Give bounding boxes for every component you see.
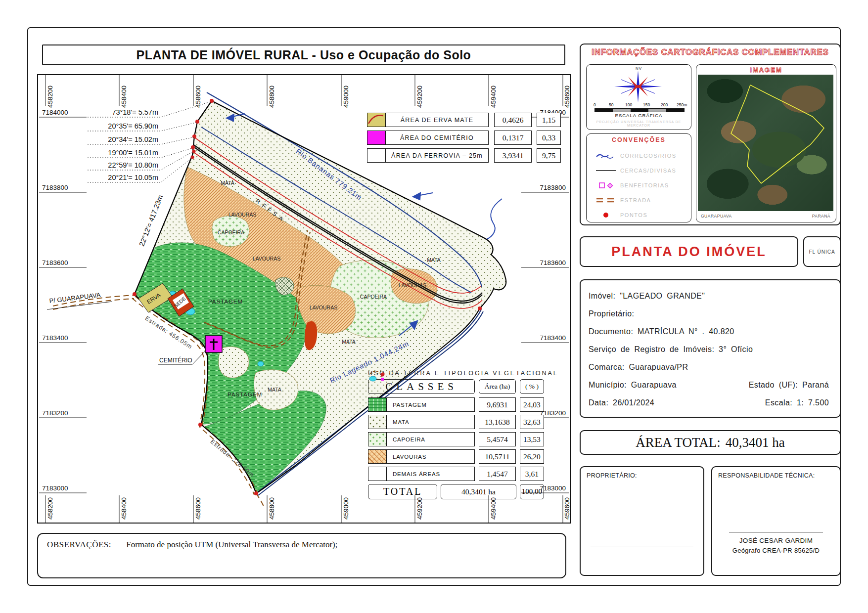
- folha-box: FL ÚNICA: [803, 236, 841, 267]
- svg-text:MATA: MATA: [342, 339, 356, 345]
- capoeira-swatch: [368, 433, 387, 446]
- uso-table: USO DA TERRA E TIPOLOGIA VEGETACIONAL CL…: [368, 370, 544, 499]
- cemiterio-swatch: [367, 131, 386, 144]
- owner-signature-line: [591, 546, 693, 546]
- svg-text:MATA: MATA: [221, 180, 234, 186]
- svg-text:7183000: 7183000: [42, 484, 68, 492]
- svg-text:7183800: 7183800: [42, 184, 68, 191]
- svg-text:7183800: 7183800: [540, 184, 566, 191]
- svg-text:458800: 458800: [268, 86, 275, 108]
- conventions-title: CONVENÇÕES: [587, 136, 691, 143]
- uso-row-demais: DEMAIS ÁREAS 1,4547 3,61: [368, 467, 544, 481]
- municipio-estado-line: Município: Guarapuava Estado (UF): Paran…: [589, 376, 832, 394]
- svg-text:MATA: MATA: [268, 387, 281, 393]
- svg-text:458800: 458800: [268, 497, 275, 520]
- svg-text:22°59'= 10.80m: 22°59'= 10.80m: [108, 161, 158, 169]
- svg-text:LAVOURAS: LAVOURAS: [253, 256, 280, 262]
- svg-text:459400: 459400: [490, 497, 497, 520]
- svg-text:7183200: 7183200: [42, 409, 68, 417]
- legend-item-points: PONTOS: [592, 209, 685, 221]
- observations-box: OBSERVAÇÕES: Formato de posição UTM (Uni…: [37, 533, 566, 578]
- scale-ticks: 0 50 100 150 200 250m: [594, 102, 685, 107]
- svg-text:LAVOURAS: LAVOURAS: [228, 212, 256, 218]
- svg-text:MATA: MATA: [427, 257, 441, 263]
- uso-caption: USO DA TERRA E TIPOLOGIA VEGETACIONAL: [368, 370, 544, 377]
- area-total-box: ÁREA TOTAL: 40,3401 ha: [580, 430, 841, 455]
- imagem-box: IMAGEM GUARAPUAVA PARANÁ: [696, 64, 836, 222]
- svg-text:20°35'= 65.90m: 20°35'= 65.90m: [108, 122, 158, 130]
- svg-text:19°00'= 15.01m: 19°00'= 15.01m: [108, 149, 158, 157]
- imagem-title: IMAGEM: [696, 66, 836, 74]
- fence-line-icon: [592, 167, 620, 175]
- road-icon: [592, 196, 620, 204]
- responsible-name: JOSÉ CESAR GARDIM: [712, 537, 840, 544]
- svg-text:458400: 458400: [120, 86, 128, 108]
- svg-text:CAPOEIRA: CAPOEIRA: [360, 294, 387, 300]
- technical-responsibility-box: RESPONSABILIDADE TÉCNICA: JOSÉ CESAR GAR…: [711, 466, 841, 576]
- special-areas-legend: ÁREA DE ERVA MATE 0,4626 1,15 ÁREA DO CE…: [367, 113, 561, 166]
- imovel-line: Imóvel: "LAGEADO GRANDE": [589, 287, 832, 305]
- projection-note: PROJEÇÃO UNIVERSAL TRANSVERSA DE MERCATO…: [587, 120, 691, 127]
- compass-rose-icon: [587, 71, 690, 102]
- svg-text:458600: 458600: [194, 497, 202, 520]
- comarca-line: Comarca: Guarapuava/PR: [589, 358, 832, 376]
- tech-signature-line: [729, 532, 823, 532]
- scale-bar: [594, 108, 685, 112]
- uso-row-lavouras: LAVOURAS 10,5711 26,20: [368, 449, 544, 464]
- property-info-box: Imóvel: "LAGEADO GRANDE" Proprietário: D…: [580, 279, 841, 418]
- svg-text:LAVOURAS: LAVOURAS: [310, 305, 337, 310]
- north-label: NV: [587, 66, 691, 71]
- info-panel-title: INFORMAÇÕES CARTOGRÁFICAS COMPLEMENTARES: [581, 47, 840, 57]
- imagem-footer: GUARAPUAVA PARANÁ: [698, 212, 833, 220]
- legend-row-erva: ÁREA DE ERVA MATE 0,4626 1,15: [367, 113, 561, 127]
- svg-text:LAVOURAS: LAVOURAS: [399, 282, 426, 288]
- svg-text:7183400: 7183400: [540, 334, 566, 342]
- pastagem-swatch: [368, 398, 387, 411]
- survey-sheet: PLANTA DE IMÓVEL RURAL - Uso e Ocupação …: [0, 0, 868, 613]
- svg-text:459600: 459600: [563, 86, 570, 108]
- svg-text:7183400: 7183400: [42, 334, 68, 342]
- svg-text:7183600: 7183600: [540, 259, 566, 266]
- svg-text:CAPOEIRA: CAPOEIRA: [218, 229, 244, 235]
- uso-header: CLASSES Área (ha) ( % ): [368, 379, 544, 394]
- mata-swatch: [368, 415, 387, 429]
- svg-text:PASTAGEM: PASTAGEM: [228, 392, 262, 397]
- scale-label: ESCALA GRÁFICA: [587, 113, 691, 118]
- river-icon: [592, 152, 620, 160]
- svg-text:458200: 458200: [46, 86, 54, 108]
- svg-text:459600: 459600: [563, 497, 570, 520]
- proprietario-line: Proprietário:: [589, 305, 832, 323]
- page-title: PLANTA DE IMÓVEL RURAL - Uso e Ocupação …: [137, 48, 471, 62]
- demais-areas-swatch: [368, 467, 387, 481]
- svg-text:459200: 459200: [416, 86, 423, 108]
- legend-row-ferrovia: ÁREA DA FERROVIA – 25m 3,9341 9,75: [367, 148, 561, 163]
- improvements-icon: [592, 181, 620, 190]
- svg-text:458200: 458200: [46, 497, 54, 520]
- svg-text:CEMITÉRIO: CEMITÉRIO: [159, 356, 192, 364]
- legend-item-road: ESTRADA: [592, 194, 685, 206]
- svg-text:459400: 459400: [490, 86, 497, 108]
- svg-text:PASTAGEM: PASTAGEM: [208, 299, 243, 305]
- legend-row-cemiterio: ÁREA DO CEMITÉRIO 0,1317 0,33: [367, 131, 561, 145]
- compass-box: NV 0 50 100 150 200 250m ESCALA GRÁFICA: [586, 64, 691, 130]
- uso-row-mata: MATA 13,1638 32,63: [368, 415, 544, 429]
- svg-text:7184000: 7184000: [42, 109, 68, 116]
- ferrovia-swatch: [367, 149, 386, 162]
- legend-item-improvements: BENFEITORIAS: [592, 179, 685, 191]
- svg-text:458600: 458600: [194, 86, 202, 108]
- svg-text:20°21'= 10.05m: 20°21'= 10.05m: [108, 174, 158, 181]
- svg-text:7183600: 7183600: [42, 259, 68, 266]
- svg-text:459200: 459200: [416, 497, 423, 520]
- point-icon: [592, 211, 620, 219]
- uso-total-row: TOTAL 40,3401 ha 100,00: [368, 484, 544, 499]
- cartographic-info-panel: INFORMAÇÕES CARTOGRÁFICAS COMPLEMENTARES…: [580, 44, 841, 225]
- map-area: 458200 458400 458600 458800 459000 45920…: [37, 74, 571, 524]
- svg-text:459000: 459000: [342, 497, 350, 520]
- responsible-role: Geógrafo CREA-PR 85625/D: [712, 547, 840, 554]
- svg-text:73°18'= 5.57m: 73°18'= 5.57m: [112, 108, 158, 116]
- legend-item-rivers: CÓRREGOS/RIOS: [592, 150, 685, 162]
- planta-do-imovel-box: PLANTA DO IMÓVEL: [580, 236, 798, 267]
- uso-row-pastagem: PASTAGEM 9,6931 24,03: [368, 397, 544, 412]
- conventions-box: CONVENÇÕES CÓRREGOS/RIOS CERCAS/DIVISAS …: [586, 133, 691, 222]
- svg-text:458400: 458400: [120, 497, 128, 520]
